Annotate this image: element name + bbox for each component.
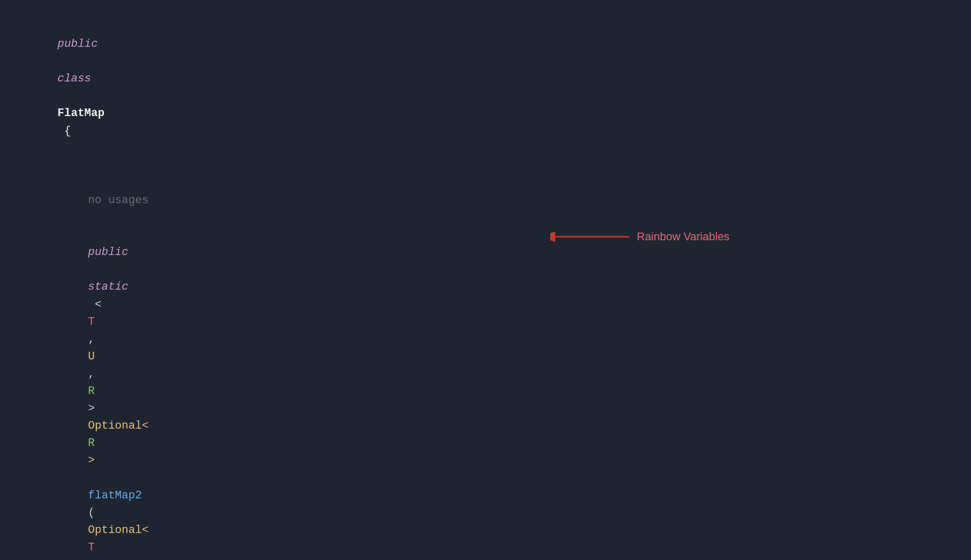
type-r-inner: R bbox=[88, 437, 95, 450]
line-empty-1 bbox=[31, 157, 940, 175]
no-usages-text: no usages bbox=[88, 194, 149, 207]
arrow-icon-rainbow bbox=[550, 228, 632, 246]
keyword-class: class bbox=[58, 72, 91, 85]
type-param-T: T bbox=[88, 316, 95, 328]
line-method-sig: public static < T , U , R > Optional< R … bbox=[31, 227, 940, 560]
type-optional-t: Optional< bbox=[88, 524, 149, 537]
keyword-public-2: public bbox=[88, 246, 128, 259]
type-optional-r-close: > bbox=[88, 454, 95, 467]
type-param-U: U bbox=[88, 350, 95, 363]
code-editor: public class FlatMap { no usages public … bbox=[0, 0, 971, 560]
opening-brace: { bbox=[58, 125, 71, 137]
rainbow-annotation: Rainbow Variables bbox=[550, 228, 730, 246]
type-param-R: R bbox=[88, 385, 95, 398]
rainbow-variables-label: Rainbow Variables bbox=[637, 228, 730, 245]
line-1: public class FlatMap { bbox=[31, 18, 940, 157]
type-optional-r: Optional< bbox=[88, 419, 149, 432]
keyword-public: public bbox=[58, 38, 98, 50]
class-name: FlatMap bbox=[58, 107, 104, 120]
method-flatmap2: flatMap2 bbox=[88, 489, 142, 502]
line-no-usages: no usages bbox=[31, 175, 940, 227]
keyword-static: static bbox=[88, 281, 128, 293]
type-t-inner: T bbox=[88, 541, 95, 554]
